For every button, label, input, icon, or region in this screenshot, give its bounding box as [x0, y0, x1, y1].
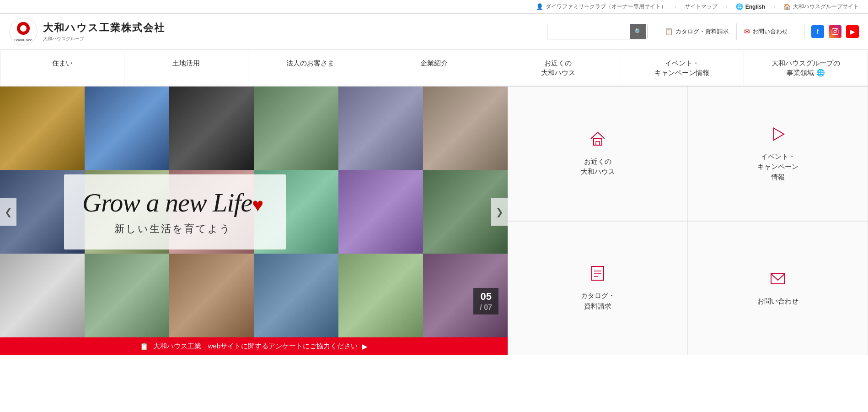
nav-tochi[interactable]: 土地活用: [124, 50, 248, 86]
nav-kigyo[interactable]: 企業紹介: [372, 50, 496, 86]
play-quick-icon: [769, 125, 787, 145]
catalog-quick-label: カタログ・資料請求: [581, 291, 615, 311]
slider-prev-btn[interactable]: ❮: [0, 198, 16, 226]
hero-overlay: Grow a new Life♥ 新しい生活を育てよう: [64, 174, 286, 249]
daiwa-group-link[interactable]: 🏠 大和ハウスグループサイト: [783, 3, 859, 11]
heart-icon: ♥: [252, 195, 263, 216]
hero-title-en: Grow a new Life♥: [82, 188, 263, 217]
header-actions: 📋 カタログ・資料請求 ✉ お問い合わせ: [657, 23, 795, 40]
photo-cell: [338, 254, 423, 337]
hero-area: Grow a new Life♥ 新しい生活を育てよう ❮ ❯ 05 / 07 …: [0, 87, 508, 355]
photo-cell: [0, 254, 85, 337]
logo-sub-text: 大和ハウスグループ: [43, 36, 165, 42]
globe-icon: 🌐: [736, 3, 743, 10]
svg-rect-8: [596, 141, 600, 145]
nearby-label: お近くの大和ハウス: [581, 157, 615, 177]
survey-banner[interactable]: 📋 大和ハウス工業 webサイトに関するアンケートにご協力ください ▶: [0, 337, 508, 355]
slide-total: / 07: [480, 303, 492, 312]
document-quick-icon: [589, 265, 606, 284]
photo-cell: [338, 87, 423, 170]
nav-sumai[interactable]: 住まい: [0, 50, 124, 86]
survey-link[interactable]: 大和ハウス工業 webサイトに関するアンケートにご協力ください: [153, 342, 358, 351]
contact-btn[interactable]: ✉ お問い合わせ: [736, 23, 795, 40]
svg-point-5: [834, 30, 836, 33]
home-quick-icon: [589, 130, 606, 150]
event-label: イベント・キャンペーン情報: [757, 152, 798, 183]
top-bar: 👤 ダイワファミリークラブ（オーナー専用サイト） › サイトマップ › 🌐 En…: [0, 0, 868, 14]
english-label: English: [745, 4, 765, 10]
catalog-label: カタログ・資料請求: [675, 27, 729, 36]
sitemap-link[interactable]: サイトマップ: [685, 3, 718, 11]
quick-link-catalog[interactable]: カタログ・資料請求: [508, 221, 688, 356]
slide-current: 05: [480, 291, 492, 303]
logo-main-text: 大和ハウス工業株式会社: [43, 21, 165, 35]
svg-marker-9: [774, 128, 784, 140]
photo-cell: [338, 170, 423, 254]
hero-slider: Grow a new Life♥ 新しい生活を育てよう ❮ ❯ 05 / 07: [0, 87, 508, 337]
sitemap-label: サイトマップ: [685, 3, 718, 11]
svg-rect-10: [592, 266, 604, 280]
logo-icon: DaiwaHouse: [9, 17, 38, 46]
catalog-icon: 📋: [664, 27, 673, 36]
main-nav: 住まい 土地活用 法人のお客さま 企業紹介 お近くの大和ハウス イベント・キャン…: [0, 50, 868, 87]
quick-link-event[interactable]: イベント・キャンペーン情報: [688, 87, 868, 221]
search-input[interactable]: [547, 24, 630, 39]
photo-cell: [254, 87, 338, 170]
svg-point-2: [20, 25, 27, 32]
svg-rect-4: [832, 28, 838, 34]
quick-link-contact[interactable]: お問い合わせ: [688, 221, 868, 356]
right-panel: お近くの大和ハウス イベント・キャンペーン情報 カタログ・資料請求: [508, 87, 868, 355]
daiwa-group-label: 大和ハウスグループサイト: [793, 3, 859, 11]
nav-chikaku[interactable]: お近くの大和ハウス: [496, 50, 620, 86]
contact-quick-label: お問い合わせ: [757, 296, 798, 307]
photo-cell: [423, 87, 508, 170]
nav-hojin[interactable]: 法人のお客さま: [248, 50, 372, 86]
svg-text:DaiwaHouse: DaiwaHouse: [14, 38, 32, 42]
home-icon-top: 🏠: [783, 3, 791, 10]
slide-counter: 05 / 07: [473, 288, 498, 314]
search-box[interactable]: 🔍: [547, 24, 648, 39]
survey-icon: 📋: [140, 342, 149, 351]
daiwa-family-label: ダイワファミリークラブ（オーナー専用サイト）: [546, 3, 666, 11]
photo-cell: [0, 87, 85, 170]
photo-cell: [254, 254, 338, 337]
facebook-icon[interactable]: f: [811, 25, 824, 38]
photo-cell: [169, 254, 254, 337]
instagram-icon[interactable]: [829, 25, 841, 38]
header: DaiwaHouse 大和ハウス工業株式会社 大和ハウスグループ 🔍 📋 カタロ…: [0, 14, 868, 50]
photo-cell: [85, 87, 169, 170]
search-button[interactable]: 🔍: [630, 24, 646, 39]
nav-group[interactable]: 大和ハウスグループの事業領域 🌐: [744, 50, 868, 86]
photo-cell: [85, 254, 169, 337]
logo-area[interactable]: DaiwaHouse 大和ハウス工業株式会社 大和ハウスグループ: [9, 17, 165, 46]
svg-rect-7: [594, 139, 602, 145]
english-link[interactable]: 🌐 English: [736, 3, 765, 10]
survey-arrow: ▶: [362, 342, 368, 351]
envelope-quick-icon: [769, 270, 787, 290]
nav-event[interactable]: イベント・キャンペーン情報: [620, 50, 744, 86]
search-icon: 🔍: [634, 28, 642, 35]
youtube-icon[interactable]: ▶: [846, 25, 859, 38]
hero-title-ja: 新しい生活を育てよう: [82, 222, 263, 236]
daiwa-family-link[interactable]: 👤 ダイワファミリークラブ（オーナー専用サイト）: [536, 3, 666, 11]
contact-label: お問い合わせ: [752, 27, 788, 36]
quick-link-nearby[interactable]: お近くの大和ハウス: [508, 87, 688, 221]
svg-point-6: [836, 30, 837, 30]
photo-cell: [169, 87, 254, 170]
catalog-btn[interactable]: 📋 カタログ・資料請求: [657, 23, 736, 40]
slider-next-btn[interactable]: ❯: [491, 198, 508, 226]
contact-icon: ✉: [744, 27, 750, 36]
user-icon: 👤: [536, 3, 543, 10]
social-icons: f ▶: [804, 25, 859, 38]
main-content: Grow a new Life♥ 新しい生活を育てよう ❮ ❯ 05 / 07 …: [0, 87, 868, 355]
